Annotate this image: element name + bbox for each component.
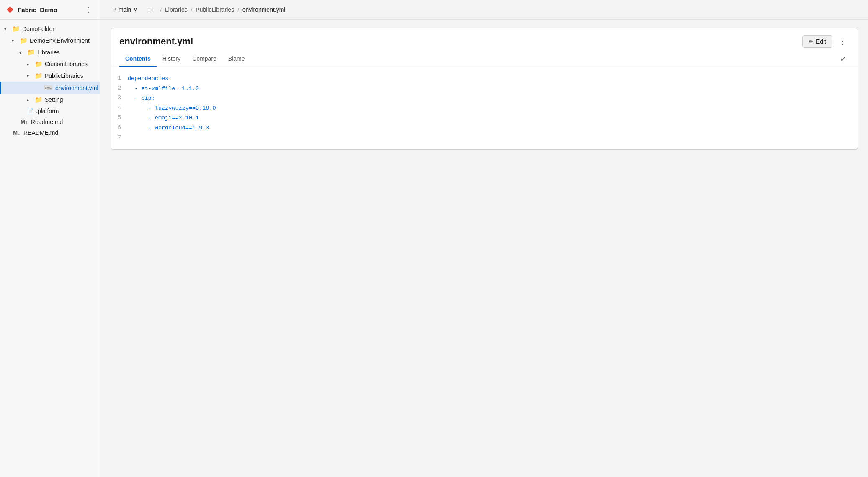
chevron-icon: [27, 74, 33, 78]
line-number: 1: [111, 74, 128, 83]
file-view-header: environment.yml ✏ Edit ⋮: [111, 28, 858, 51]
file-title: environment.yml: [119, 36, 193, 47]
tree-item-publiclibraries[interactable]: 📁 PublicLibraries: [0, 70, 100, 82]
tree-item-environment-yml[interactable]: YML environment.yml ⋮: [0, 82, 100, 94]
line-number: 2: [111, 84, 128, 93]
file-view: environment.yml ✏ Edit ⋮ Contents Histor…: [111, 28, 858, 150]
line-content: - pip:: [128, 94, 155, 103]
svg-marker-0: [7, 6, 13, 13]
code-line-5: 5 - emoji==2.10.1: [111, 113, 858, 123]
tree-item-label: .platform: [36, 108, 96, 114]
breadcrumb-publiclibraries[interactable]: PublicLibraries: [196, 6, 234, 13]
topbar: ⑂ main ∨ ⋯ / Libraries / PublicLibraries…: [100, 0, 868, 20]
folder-icon: 📁: [12, 25, 20, 33]
chevron-icon: [12, 39, 18, 43]
line-number: 3: [111, 94, 128, 103]
fabric-logo-icon: [6, 5, 14, 14]
line-content: - wordcloud==1.9.3: [128, 124, 209, 133]
line-content: dependencies:: [128, 74, 172, 83]
folder-icon: 📁: [35, 96, 43, 103]
tree-item-label: DemoFolder: [22, 26, 96, 32]
tab-compare[interactable]: Compare: [186, 51, 222, 67]
code-line-6: 6 - wordcloud==1.9.3: [111, 123, 858, 133]
chevron-down-icon: ∨: [134, 7, 137, 13]
markdown-icon: M↓: [12, 130, 21, 136]
breadcrumb-separator-3: /: [237, 7, 239, 13]
branch-icon: ⑂: [112, 6, 116, 13]
tree-item-label: Readme.md: [31, 119, 96, 125]
breadcrumb-separator-2: /: [191, 7, 193, 13]
edit-button[interactable]: ✏ Edit: [802, 35, 832, 48]
tree-item-readme-md[interactable]: M↓ Readme.md: [0, 116, 100, 127]
code-line-4: 4 - fuzzywuzzy==0.18.0: [111, 103, 858, 113]
breadcrumb-separator-1: /: [160, 7, 162, 13]
edit-label: Edit: [816, 38, 826, 45]
folder-icon: 📁: [20, 37, 28, 44]
tree-item-customlibraries[interactable]: 📁 CustomLibraries: [0, 58, 100, 70]
tree-item-demofolder[interactable]: 📁 DemoFolder: [0, 23, 100, 35]
tree-item-label: README.md: [23, 129, 96, 136]
tree-item-label: Setting: [45, 96, 96, 103]
tree-item-README-md[interactable]: M↓ README.md: [0, 127, 100, 138]
tree-item-label: DemoEnv.Environment: [30, 37, 96, 44]
breadcrumb-current-file: environment.yml: [242, 6, 286, 13]
file-tabs: Contents History Compare Blame ⤢: [111, 51, 858, 67]
line-number: 4: [111, 104, 128, 113]
tree-item-demoenv[interactable]: 📁 DemoEnv.Environment: [0, 35, 100, 46]
sidebar-title-row: Fabric_Demo: [6, 5, 57, 14]
tree-item-platform[interactable]: 📄 .platform: [0, 106, 100, 116]
code-area: 1 dependencies: 2 - et-xmlfile==1.1.0 3 …: [111, 67, 858, 149]
tree-item-label: PublicLibraries: [45, 72, 96, 79]
topbar-more-button[interactable]: ⋯: [144, 4, 157, 15]
breadcrumb-libraries[interactable]: Libraries: [165, 6, 188, 13]
file-icon: 📄: [27, 108, 34, 114]
file-more-button[interactable]: ⋮: [836, 35, 849, 48]
folder-icon: 📁: [35, 60, 43, 68]
tab-blame[interactable]: Blame: [222, 51, 251, 67]
markdown-icon: M↓: [20, 119, 29, 125]
code-line-1: 1 dependencies:: [111, 74, 858, 84]
expand-button[interactable]: ⤢: [837, 52, 849, 65]
file-tree: 📁 DemoFolder 📁 DemoEnv.Environment 📁 Lib…: [0, 20, 100, 477]
chevron-icon: [27, 62, 33, 67]
content-area: environment.yml ✏ Edit ⋮ Contents Histor…: [100, 20, 868, 477]
file-actions: ✏ Edit ⋮: [802, 35, 849, 48]
tree-item-label: CustomLibraries: [45, 61, 96, 67]
line-number: 5: [111, 113, 128, 122]
code-line-3: 3 - pip:: [111, 93, 858, 103]
sidebar-title: Fabric_Demo: [18, 6, 57, 13]
main-panel: ⑂ main ∨ ⋯ / Libraries / PublicLibraries…: [100, 0, 868, 477]
chevron-icon: [19, 50, 25, 55]
tree-item-label: Libraries: [37, 49, 96, 56]
tree-item-setting[interactable]: 📁 Setting: [0, 94, 100, 106]
tree-item-libraries[interactable]: 📁 Libraries: [0, 46, 100, 58]
tab-contents[interactable]: Contents: [119, 51, 157, 67]
folder-icon: 📁: [35, 72, 43, 80]
code-line-2: 2 - et-xmlfile==1.1.0: [111, 84, 858, 94]
branch-label: main: [118, 6, 131, 13]
chevron-icon: [27, 98, 33, 102]
sidebar-more-button[interactable]: ⋮: [82, 5, 94, 14]
sidebar-header: Fabric_Demo ⋮: [0, 0, 100, 20]
code-line-7: 7: [111, 133, 858, 143]
line-number: 6: [111, 124, 128, 132]
sidebar: Fabric_Demo ⋮ 📁 DemoFolder 📁 DemoEnv.Env…: [0, 0, 100, 477]
line-content: - et-xmlfile==1.1.0: [128, 84, 199, 93]
line-content: - emoji==2.10.1: [128, 113, 199, 123]
yml-icon: YML: [44, 85, 52, 90]
line-number: 7: [111, 134, 128, 142]
edit-pencil-icon: ✏: [809, 38, 814, 45]
chevron-icon: [4, 27, 10, 31]
tab-history[interactable]: History: [157, 51, 187, 67]
line-content: - fuzzywuzzy==0.18.0: [128, 104, 216, 113]
folder-icon: 📁: [27, 49, 35, 56]
branch-selector-button[interactable]: ⑂ main ∨: [109, 5, 141, 15]
tree-item-label: environment.yml: [55, 85, 98, 91]
